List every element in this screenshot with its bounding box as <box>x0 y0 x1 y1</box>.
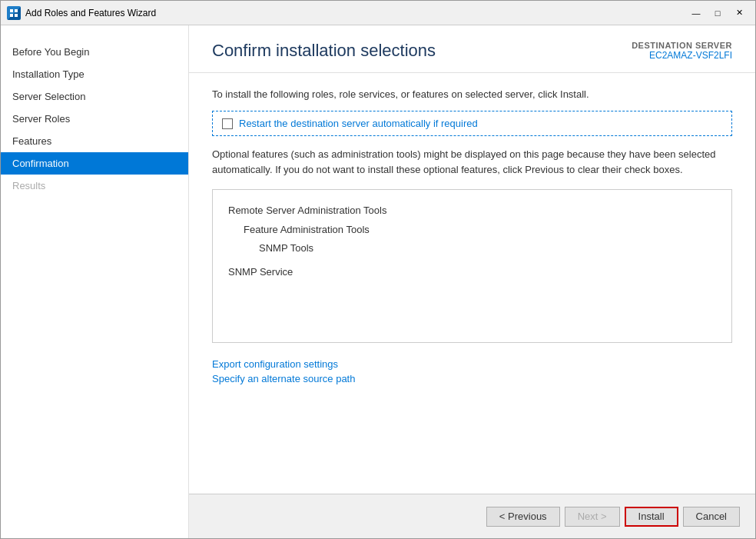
sidebar-item-features[interactable]: Features <box>1 130 188 152</box>
main-panel: Confirm installation selections DESTINAT… <box>189 25 755 538</box>
optional-text: Optional features (such as administratio… <box>212 147 732 177</box>
window-title: Add Roles and Features Wizard <box>25 8 686 18</box>
window-controls: — □ ✕ <box>686 5 749 22</box>
sidebar-item-server-selection[interactable]: Server Selection <box>1 85 188 108</box>
destination-server: EC2AMAZ-VSF2LFI <box>632 50 732 61</box>
restart-checkbox[interactable] <box>222 118 233 129</box>
destination-label: DESTINATION SERVER <box>632 41 732 50</box>
export-config-link[interactable]: Export configuration settings <box>212 358 732 370</box>
previous-button[interactable]: < Previous <box>486 507 560 527</box>
footer: < Previous Next > Install Cancel <box>189 494 755 538</box>
sidebar-item-before-you-begin[interactable]: Before You Begin <box>1 41 188 63</box>
sidebar-item-confirmation[interactable]: Confirmation <box>1 152 188 175</box>
app-icon <box>7 6 21 20</box>
maximize-button[interactable]: □ <box>708 5 728 22</box>
title-bar: Add Roles and Features Wizard — □ ✕ <box>1 1 755 25</box>
restart-option: Restart the destination server automatic… <box>212 111 732 136</box>
feature-remote-admin: Remote Server Administration Tools <box>228 201 716 221</box>
cancel-button[interactable]: Cancel <box>683 507 740 527</box>
sidebar-item-installation-type[interactable]: Installation Type <box>1 63 188 85</box>
page-title: Confirm installation selections <box>212 41 436 61</box>
svg-rect-1 <box>15 9 18 12</box>
feature-snmp-tools: SNMP Tools <box>228 239 716 258</box>
svg-rect-0 <box>10 9 13 12</box>
links-area: Export configuration settings Specify an… <box>212 358 732 384</box>
instruction-text: To install the following roles, role ser… <box>212 88 732 100</box>
features-box: Remote Server Administration Tools Featu… <box>212 189 732 343</box>
restart-label[interactable]: Restart the destination server automatic… <box>239 118 478 129</box>
wizard-window: Add Roles and Features Wizard — □ ✕ Befo… <box>0 0 756 539</box>
feature-admin-tools: Feature Administration Tools <box>228 221 716 240</box>
next-button[interactable]: Next > <box>565 507 620 527</box>
main-header: Confirm installation selections DESTINAT… <box>189 25 755 73</box>
minimize-button[interactable]: — <box>686 5 706 22</box>
svg-rect-2 <box>10 14 13 17</box>
content-area: Before You Begin Installation Type Serve… <box>1 25 755 538</box>
sidebar-item-results: Results <box>1 175 188 197</box>
sidebar: Before You Begin Installation Type Serve… <box>1 25 189 538</box>
svg-rect-3 <box>15 14 18 17</box>
destination-info: DESTINATION SERVER EC2AMAZ-VSF2LFI <box>632 41 732 61</box>
sidebar-item-server-roles[interactable]: Server Roles <box>1 108 188 130</box>
install-button[interactable]: Install <box>625 507 678 527</box>
close-button[interactable]: ✕ <box>729 5 749 22</box>
feature-snmp-service: SNMP Service <box>228 263 716 282</box>
main-body: To install the following roles, role ser… <box>189 73 755 494</box>
alternate-source-link[interactable]: Specify an alternate source path <box>212 373 732 384</box>
